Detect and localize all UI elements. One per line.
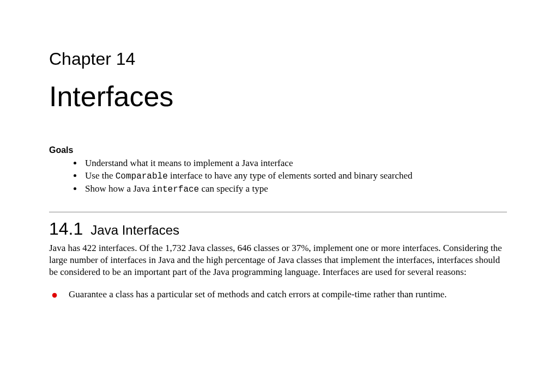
section-heading: 14.1Java Interfaces — [49, 219, 507, 239]
goal-text-post: interface to have any type of elements s… — [168, 170, 413, 181]
chapter-number: Chapter 14 — [49, 49, 507, 69]
section-number: 14.1 — [49, 219, 83, 238]
section-paragraph: Java has 422 interfaces. Of the 1,732 Ja… — [49, 242, 507, 278]
section-title: Java Interfaces — [90, 223, 179, 237]
goal-text-pre: Use the — [85, 170, 116, 181]
goal-text-post: can specify a type — [199, 183, 268, 194]
goals-heading: Goals — [49, 145, 507, 155]
chapter-title: Interfaces — [49, 80, 507, 113]
goal-code: Comparable — [116, 171, 168, 181]
reason-text: Guarantee a class has a particular set o… — [69, 289, 446, 300]
goal-code: interface — [152, 185, 199, 194]
reason-item: ● Guarantee a class has a particular set… — [49, 288, 507, 300]
divider — [49, 212, 507, 212]
goal-text: Understand what it means to implement a … — [85, 158, 293, 168]
goal-text-pre: Show how a Java — [85, 183, 152, 194]
goals-item: Understand what it means to implement a … — [83, 157, 507, 170]
document-page: Chapter 14 Interfaces Goals Understand w… — [0, 0, 556, 392]
goals-item: Use the Comparable interface to have any… — [83, 170, 507, 183]
bullet-icon: ● — [51, 289, 58, 300]
goals-item: Show how a Java interface can specify a … — [83, 183, 507, 196]
goals-list: Understand what it means to implement a … — [49, 157, 507, 195]
